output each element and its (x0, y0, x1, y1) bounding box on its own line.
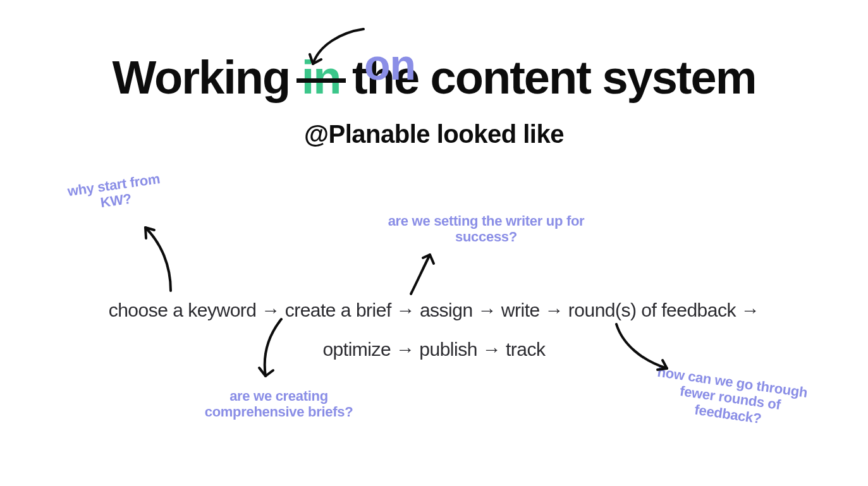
annotation-comprehensive-briefs: are we creating comprehensive briefs? (193, 388, 364, 420)
title-block: on Working in the content system @Planab… (0, 42, 868, 149)
arrow-why-kw (126, 221, 183, 297)
flow-line-1: choose a keyword → create a brief → assi… (0, 291, 868, 330)
annotation-writer-success: are we setting the writer up for success… (382, 213, 590, 245)
process-flow: choose a keyword → create a brief → assi… (0, 291, 868, 368)
main-title: Working in the content system (0, 54, 868, 101)
annotation-fewer-rounds: how can we go through fewer rounds of fe… (649, 363, 812, 433)
struck-word: in (302, 54, 341, 101)
flow-line-2: optimize → publish → track (0, 330, 868, 369)
title-prefix: Working (113, 51, 302, 104)
annotation-why-kw: why start from KW? (66, 171, 163, 216)
subtitle: @Planable looked like (0, 120, 868, 149)
replacement-word: on (364, 40, 415, 89)
